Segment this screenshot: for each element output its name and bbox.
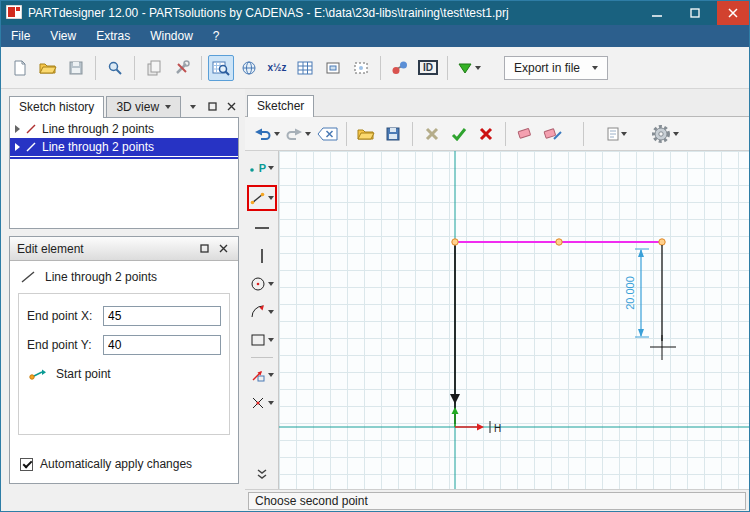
sheet-options-icon[interactable]	[605, 122, 629, 146]
dimension-arrow-icon	[638, 249, 644, 257]
assembly-icon[interactable]	[387, 55, 413, 81]
toolbar-separator	[447, 56, 448, 80]
chevron-down-icon[interactable]	[475, 66, 481, 70]
copy-pages-icon[interactable]	[141, 55, 167, 81]
feature-box-icon[interactable]	[320, 55, 346, 81]
panel-close-icon[interactable]	[223, 99, 239, 114]
minimize-button[interactable]	[641, 1, 673, 25]
sketch-canvas[interactable]: 20.000 H	[279, 151, 749, 489]
chevron-down-icon[interactable]	[268, 373, 274, 377]
tab-3d-view[interactable]: 3D view	[106, 96, 181, 117]
open-sketch-icon[interactable]	[354, 122, 378, 146]
tree-item-line-1[interactable]: Line through 2 points	[10, 120, 238, 138]
menu-view[interactable]: View	[40, 25, 86, 47]
line-glyph-icon	[25, 123, 37, 135]
element-type-row: Line through 2 points	[18, 270, 230, 284]
id-icon[interactable]: ID	[415, 55, 441, 81]
line-midpoint-marker[interactable]	[556, 239, 562, 245]
eraser-icon[interactable]	[513, 122, 537, 146]
line-direction-arrow-icon	[450, 394, 460, 404]
element-type-label: Line through 2 points	[45, 270, 157, 284]
chevron-down-icon[interactable]	[268, 166, 274, 170]
cancel-all-icon[interactable]	[420, 122, 444, 146]
arc-tool-icon[interactable]	[247, 301, 277, 323]
more-tools-chevron-icon[interactable]	[247, 463, 277, 485]
main-area: Sketch history 3D view	[1, 89, 749, 511]
end-point-x-label: End point X:	[27, 309, 103, 323]
id-icon-label: ID	[418, 60, 438, 75]
discard-x-icon[interactable]	[474, 122, 498, 146]
table-icon[interactable]	[292, 55, 318, 81]
sphere-section-icon[interactable]	[236, 55, 262, 81]
chevron-down-icon[interactable]	[268, 196, 274, 200]
apply-check-icon[interactable]	[447, 122, 471, 146]
end-point-x-input[interactable]	[103, 306, 221, 326]
panel-maximize-icon[interactable]	[196, 241, 212, 256]
tree-item-line-2[interactable]: Line through 2 points	[10, 138, 238, 156]
feature-dashed-box-icon[interactable]	[348, 55, 374, 81]
chevron-down-icon[interactable]	[268, 310, 274, 314]
new-document-icon[interactable]	[7, 55, 33, 81]
menu-help[interactable]: ?	[203, 25, 230, 47]
undo-icon[interactable]	[253, 122, 281, 146]
chevron-down-icon[interactable]	[268, 338, 274, 342]
line-endpoint-marker[interactable]	[659, 239, 665, 245]
start-point-row[interactable]: Start point	[27, 367, 221, 381]
rectangle-tool-icon[interactable]	[247, 329, 277, 351]
menu-file[interactable]: File	[1, 25, 40, 47]
panel-maximize-icon[interactable]	[204, 99, 220, 114]
chevron-down-icon[interactable]	[305, 132, 311, 136]
circle-tool-icon[interactable]	[247, 273, 277, 295]
dimension-label[interactable]: 20.000	[624, 276, 636, 310]
origin-y-arrow-icon	[452, 407, 459, 414]
end-point-y-input[interactable]	[103, 335, 221, 355]
redo-icon[interactable]	[284, 122, 312, 146]
variables-icon[interactable]: x½z	[264, 55, 290, 81]
menu-extras[interactable]: Extras	[86, 25, 140, 47]
close-button[interactable]	[717, 1, 749, 25]
horizontal-line-tool-icon[interactable]	[247, 217, 277, 239]
edit-element-body: Line through 2 points End point X: End p…	[10, 261, 238, 483]
toolbar-separator	[412, 122, 413, 146]
vertical-line-tool-icon[interactable]	[247, 245, 277, 267]
settings-gear-icon[interactable]	[650, 122, 680, 146]
origin-x-arrow-icon	[477, 424, 484, 431]
zoom-icon[interactable]	[102, 55, 128, 81]
tree-item-label: Line through 2 points	[42, 122, 154, 136]
maximize-button[interactable]	[679, 1, 711, 25]
backspace-delete-icon[interactable]	[315, 122, 339, 146]
toolbar-separator	[380, 56, 381, 80]
toolbar-separator	[346, 122, 347, 146]
tab-sketcher[interactable]: Sketcher	[247, 95, 314, 117]
panel-menu-icon[interactable]	[185, 99, 201, 114]
menu-window[interactable]: Window	[140, 25, 203, 47]
chevron-down-icon[interactable]	[165, 105, 171, 109]
app-icon	[6, 5, 22, 22]
save-sketch-icon[interactable]	[381, 122, 405, 146]
expander-icon[interactable]	[15, 125, 20, 133]
intersection-point-tool-icon[interactable]	[247, 392, 277, 414]
sketcher-view-icon[interactable]	[208, 55, 234, 81]
chevron-down-icon[interactable]	[592, 66, 598, 70]
tools-icon[interactable]	[169, 55, 195, 81]
chevron-down-icon[interactable]	[274, 132, 280, 136]
chevron-down-icon[interactable]	[268, 282, 274, 286]
point-tool-icon[interactable]: P	[247, 157, 277, 179]
panel-close-icon[interactable]	[215, 241, 231, 256]
eraser-line-icon[interactable]	[540, 122, 564, 146]
edit-element-title: Edit element	[17, 242, 193, 256]
line-tool-icon[interactable]	[247, 185, 277, 211]
export-in-file-button[interactable]: Export in file	[504, 56, 608, 80]
chevron-down-icon[interactable]	[673, 132, 679, 136]
chevron-down-icon[interactable]	[621, 132, 627, 136]
open-folder-icon[interactable]	[35, 55, 61, 81]
tool-strip-separator	[251, 357, 273, 358]
auto-apply-checkbox[interactable]	[20, 458, 33, 471]
line-endpoint-marker[interactable]	[452, 239, 458, 245]
transform-tool-icon[interactable]	[247, 364, 277, 386]
save-icon[interactable]	[63, 55, 89, 81]
tab-sketch-history[interactable]: Sketch history	[9, 96, 104, 118]
chevron-down-icon[interactable]	[268, 401, 274, 405]
green-dropdown-icon[interactable]	[454, 55, 484, 81]
expander-icon[interactable]	[15, 143, 20, 151]
